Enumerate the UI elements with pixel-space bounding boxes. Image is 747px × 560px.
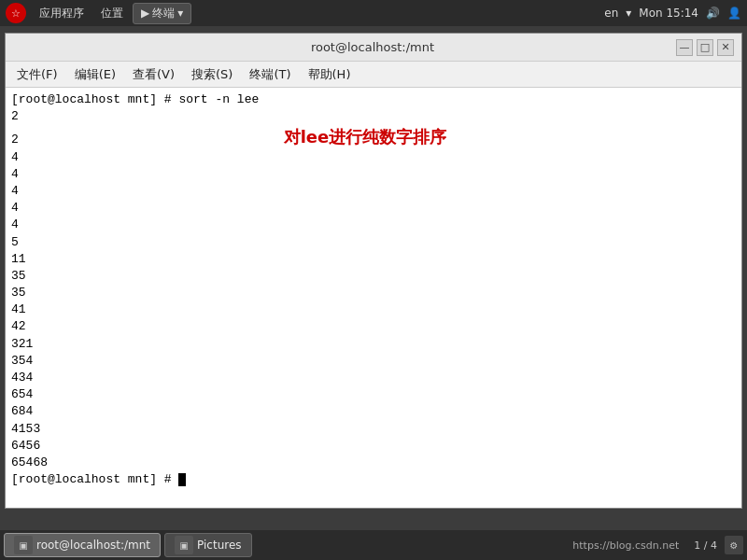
app-icon: ☆ — [6, 3, 26, 23]
taskbar-pictures-label: Pictures — [197, 539, 242, 552]
output-line-8: 5 — [11, 234, 736, 251]
terminal-menu-btn[interactable]: ▶ 终端 ▾ — [133, 3, 191, 24]
menu-edit[interactable]: 编辑(E) — [67, 63, 123, 86]
taskbar-pictures[interactable]: ▣ Pictures — [164, 533, 252, 557]
minimize-button[interactable]: — — [676, 39, 693, 56]
menu-bar: 文件(F) 编辑(E) 查看(V) 搜索(S) 终端(T) 帮助(H) — [6, 62, 741, 88]
taskbar-pictures-icon: ▣ — [175, 536, 193, 554]
taskbar-terminal-label: root@localhost:/mnt — [36, 539, 150, 552]
taskbar-url: https://blog.csdn.net — [565, 539, 686, 552]
output-line-18: 684 — [11, 403, 736, 420]
window-title: root@localhost:/mnt — [69, 40, 676, 54]
output-line-17: 654 — [11, 386, 736, 403]
title-bar: root@localhost:/mnt — □ ✕ — [6, 34, 741, 62]
output-line-9: 11 — [11, 251, 736, 268]
cursor — [178, 473, 186, 486]
output-line-11: 35 — [11, 285, 736, 301]
system-bar: ☆ 应用程序 位置 ▶ 终端 ▾ en ▾ Mon 15:14 🔊 👤 — [0, 0, 747, 26]
taskbar-terminal-icon: ▣ — [14, 536, 33, 554]
terminal-window: root@localhost:/mnt — □ ✕ 文件(F) 编辑(E) 查看… — [5, 33, 742, 509]
clock: Mon 15:14 — [639, 7, 698, 20]
prompt2: [root@localhost mnt] # — [11, 472, 178, 486]
apps-menu[interactable]: 应用程序 — [32, 4, 92, 23]
command-line: [root@localhost mnt] # sort -n lee — [11, 91, 736, 108]
terminal-content[interactable]: [root@localhost mnt] # sort -n lee 2 2 对… — [6, 88, 741, 508]
prompt1: [root@localhost mnt] # sort -n lee — [11, 92, 259, 106]
system-bar-right: en ▾ Mon 15:14 🔊 👤 — [604, 7, 741, 20]
output-line-15: 354 — [11, 353, 736, 370]
maximize-button[interactable]: □ — [697, 39, 713, 56]
output-line-12: 41 — [11, 301, 736, 318]
taskbar-page: 1 / 4 — [690, 539, 721, 552]
taskbar: ▣ root@localhost:/mnt ▣ Pictures https:/… — [0, 530, 747, 560]
menu-help[interactable]: 帮助(H) — [301, 63, 359, 86]
output-line-2: 2 对lee进行纯数字排序 — [11, 125, 736, 148]
system-bar-left: ☆ 应用程序 位置 ▶ 终端 ▾ — [6, 3, 191, 24]
output-line-10: 35 — [11, 268, 736, 285]
output-line-1: 2 — [11, 108, 736, 125]
menu-terminal[interactable]: 终端(T) — [242, 63, 298, 86]
user-icon: 👤 — [727, 7, 741, 20]
annotation-text: 对lee进行纯数字排序 — [284, 125, 447, 148]
output-line-3: 4 — [11, 149, 736, 166]
output-line-16: 434 — [11, 370, 736, 386]
taskbar-terminal[interactable]: ▣ root@localhost:/mnt — [4, 533, 161, 557]
close-button[interactable]: ✕ — [717, 39, 734, 56]
terminal-dropdown-icon: ▾ — [177, 7, 183, 20]
output-line-7: 4 — [11, 217, 736, 233]
menu-file[interactable]: 文件(F) — [9, 63, 65, 86]
language-dropdown-icon: ▾ — [626, 7, 631, 20]
menu-view[interactable]: 查看(V) — [125, 63, 182, 86]
output-line-5: 4 — [11, 183, 736, 200]
location-menu[interactable]: 位置 — [93, 4, 131, 23]
language-indicator[interactable]: en — [604, 7, 618, 20]
window-controls: — □ ✕ — [676, 39, 734, 56]
output-line-13: 42 — [11, 318, 736, 335]
prompt2-line: [root@localhost mnt] # — [11, 471, 736, 488]
output-line-21: 65468 — [11, 455, 736, 471]
volume-icon: 🔊 — [706, 7, 720, 20]
terminal-icon: ▶ — [141, 7, 149, 20]
taskbar-settings-icon[interactable]: ⚙ — [725, 536, 743, 554]
output-line-14: 321 — [11, 336, 736, 353]
output-line-4: 4 — [11, 166, 736, 183]
output-line-20: 6456 — [11, 438, 736, 455]
menu-search[interactable]: 搜索(S) — [184, 63, 240, 86]
output-line-19: 4153 — [11, 421, 736, 438]
output-line-6: 4 — [11, 200, 736, 217]
terminal-label: 终端 — [152, 6, 175, 21]
